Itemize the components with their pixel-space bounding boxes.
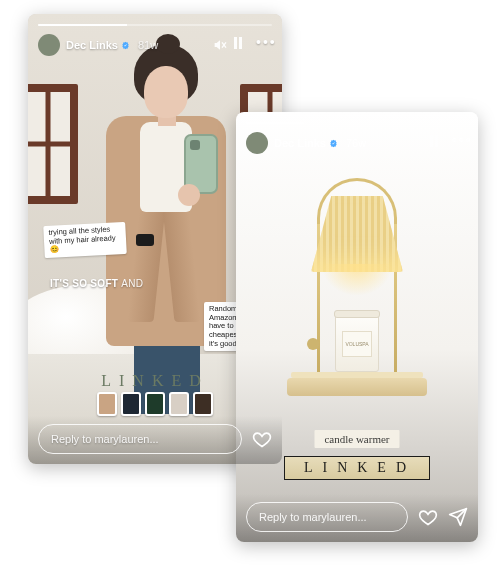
story2-image: VOLUSPA	[277, 166, 437, 396]
username[interactable]: Dec Links	[66, 39, 130, 51]
candle-brand: VOLUSPA	[342, 331, 372, 357]
tag-candle-warmer[interactable]: candle warmer	[314, 430, 399, 448]
swatch-navy[interactable]	[121, 392, 141, 416]
caption-soft-light: AND	[121, 278, 143, 289]
progress-bar	[38, 24, 272, 26]
heart-icon[interactable]	[418, 507, 438, 527]
avatar[interactable]	[246, 132, 268, 154]
linked-label[interactable]: LINKED	[101, 372, 209, 390]
reply-input[interactable]: Reply to marylauren...	[38, 424, 242, 454]
story1-header: Dec Links 81w •••	[28, 14, 282, 56]
product-swatches[interactable]	[97, 392, 213, 416]
sticker-trying: trying all the styles with my hair alrea…	[43, 222, 127, 258]
linked-label[interactable]: LINKED	[284, 456, 430, 480]
more-icon[interactable]: •••	[256, 37, 272, 53]
swatch-brown[interactable]	[193, 392, 213, 416]
mute-icon[interactable]	[212, 37, 228, 53]
caption-soft-bold: IT'S SO SOFT	[50, 278, 118, 289]
username-text: Dec Links	[66, 39, 118, 51]
story-card-2: VOLUSPA candle warmer LINKED Dec Links 7…	[236, 112, 478, 542]
story2-footer: Reply to marylauren...	[236, 494, 478, 542]
more-icon[interactable]: •••	[452, 135, 468, 151]
heart-icon[interactable]	[252, 429, 272, 449]
reply-placeholder: Reply to marylauren...	[259, 511, 367, 523]
story2-header: Dec Links 76w •••	[236, 112, 478, 154]
progress-bar	[246, 122, 468, 124]
story-age: 76w	[346, 137, 366, 149]
caption-soft: IT'S SO SOFT AND	[50, 278, 143, 289]
story1-footer: Reply to marylauren...	[28, 416, 282, 464]
swatch-tan[interactable]	[97, 392, 117, 416]
swatch-cream[interactable]	[169, 392, 189, 416]
verified-badge-icon	[329, 139, 338, 148]
username[interactable]: Dec Links	[274, 137, 338, 149]
username-text: Dec Links	[274, 137, 326, 149]
reply-placeholder: Reply to marylauren...	[51, 433, 159, 445]
reply-input[interactable]: Reply to marylauren...	[246, 502, 408, 532]
pause-icon[interactable]	[430, 135, 446, 151]
share-icon[interactable]	[448, 507, 468, 527]
story-age: 81w	[138, 39, 158, 51]
avatar[interactable]	[38, 34, 60, 56]
pause-icon[interactable]	[234, 37, 250, 53]
verified-badge-icon	[121, 41, 130, 50]
swatch-green[interactable]	[145, 392, 165, 416]
